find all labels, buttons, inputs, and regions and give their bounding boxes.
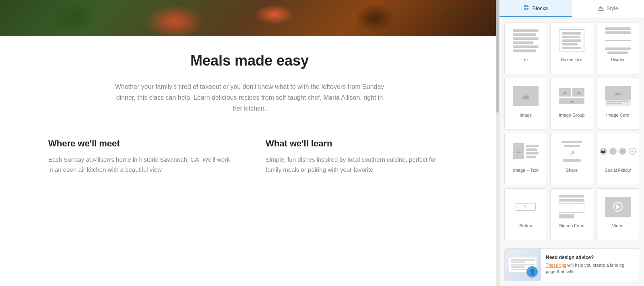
block-image-card[interactable]: ⛰ Image Card [597,78,639,130]
advice-body: These tips will help you create a landin… [546,262,634,275]
main-content: Meals made easy Whether your family's ti… [0,0,499,286]
block-button-preview: ↖ [510,193,542,221]
two-col-section: Where we'll meet Each Sunday at Allison'… [0,130,499,183]
col2-title: What we'll learn [266,138,451,149]
sidebar-tabs: Blocks Style [500,0,644,17]
tab-style-label: Style [607,5,618,11]
svg-rect-1 [526,5,528,7]
block-image-text-preview: ⛰ [510,137,542,165]
col-what: What we'll learn Simple, fun dishes insp… [266,138,451,175]
block-text[interactable]: Text [504,22,547,74]
blocks-icon [524,5,530,11]
block-image-group-preview: ⛰ ⛰ ⛰ [555,82,588,110]
advice-link[interactable]: These tips [546,263,566,267]
block-share-label: Share [566,168,578,173]
block-signup-form-preview [555,193,588,221]
facebook-icon: f [609,148,617,155]
block-image-text[interactable]: ⛰ Image + Text [504,133,547,185]
block-video-preview [602,193,634,221]
advice-thumbnail: 👤 [505,249,541,281]
advice-text-area: Need design advice? These tips will help… [541,249,639,281]
block-image-preview: ⛰ [510,82,542,110]
block-image[interactable]: ⛰ Image [504,78,547,130]
block-image-label: Image [520,113,532,117]
block-button[interactable]: ↖ Button [504,188,547,241]
col2-text: Simple, fun dishes inspired by local sou… [266,154,451,175]
block-image-card-label: Image Card [606,113,629,117]
block-signup-form-label: Signup Form [559,223,584,228]
page-description: Whether your family's tired of takeout o… [113,81,386,114]
style-icon [598,5,604,11]
block-image-group-label: Image Group [559,113,584,117]
main-section: Meals made easy Whether your family's ti… [8,36,491,130]
cursor-icon: ↖ [523,204,528,210]
add-social-icon: + [629,148,636,155]
col1-title: Where we'll meet [48,138,233,149]
block-signup-form[interactable]: Signup Form [550,188,593,241]
block-text-label: Text [522,57,530,62]
tab-style[interactable]: Style [572,0,644,17]
col-where: Where we'll meet Each Sunday at Allison'… [48,138,233,175]
svg-rect-2 [524,8,526,10]
hero-image [0,0,499,36]
scrollbar-thumb[interactable] [496,0,499,113]
block-boxed-text-preview [555,27,588,55]
instagram-icon: 📷 [600,148,607,155]
page-title: Meals made easy [32,52,467,69]
svg-rect-3 [526,8,528,10]
block-divider-label: Divider [611,57,625,62]
play-triangle [616,204,620,209]
block-video[interactable]: Video [597,188,639,241]
play-circle [613,202,623,212]
block-button-label: Button [519,223,532,228]
block-boxed-text-label: Boxed Text [561,57,582,62]
block-social-follow-label: Social Follow [605,168,631,173]
mountain-icon-1: ⛰ [521,91,530,101]
sidebar: Blocks Style Text [499,0,644,286]
scrollbar[interactable] [496,0,499,286]
advice-avatar: 👤 [526,266,538,278]
block-social-follow-preview: 📷 f t + [602,137,634,165]
twitter-icon: t [619,148,626,155]
block-share[interactable]: ↗ Share [550,133,593,185]
svg-rect-0 [524,5,526,7]
col1-text: Each Sunday at Allison's home in histori… [48,154,233,175]
block-video-label: Video [612,223,623,228]
block-image-text-label: Image + Text [513,168,539,173]
tab-blocks[interactable]: Blocks [500,0,572,17]
block-text-preview [510,27,542,55]
block-boxed-text[interactable]: Boxed Text [550,22,593,74]
blocks-grid: Text Boxed Text [500,17,644,245]
tab-blocks-label: Blocks [533,5,548,11]
block-image-group[interactable]: ⛰ ⛰ ⛰ Image Group [550,78,593,130]
design-advice-card: 👤 Need design advice? These tips will he… [504,248,639,281]
advice-title: Need design advice? [546,255,634,260]
block-divider-preview [602,27,634,55]
block-share-preview: ↗ [555,137,588,165]
block-social-follow[interactable]: 📷 f t + Social Follow [597,133,639,185]
block-image-card-preview: ⛰ [602,82,634,110]
block-divider[interactable]: Divider [597,22,639,74]
